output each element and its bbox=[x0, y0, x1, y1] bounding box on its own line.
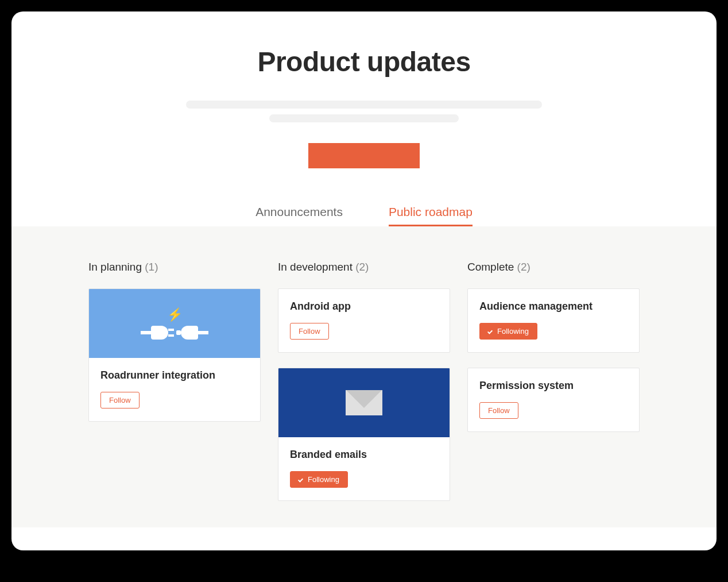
card-title: Permission system bbox=[479, 380, 628, 392]
card-image bbox=[278, 368, 450, 437]
column-complete: Complete (2) Audience management Followi… bbox=[467, 261, 640, 516]
card-title: Roadrunner integration bbox=[100, 369, 249, 381]
column-count: (2) bbox=[355, 261, 369, 273]
roadmap-card[interactable]: Branded emails Following bbox=[278, 368, 450, 501]
app-frame: Product updates Announcements Public roa… bbox=[11, 11, 717, 550]
tabs: Announcements Public roadmap bbox=[57, 205, 671, 226]
following-label: Following bbox=[497, 327, 529, 336]
page-title: Product updates bbox=[57, 46, 671, 78]
follow-button[interactable]: Follow bbox=[100, 392, 140, 408]
columns: In planning (1) ⚡ bbox=[80, 261, 648, 516]
bolt-icon: ⚡ bbox=[167, 307, 183, 322]
cta-button[interactable] bbox=[308, 143, 420, 168]
roadmap-board: In planning (1) ⚡ bbox=[11, 226, 717, 527]
follow-label: Follow bbox=[109, 396, 131, 404]
follow-button[interactable]: Follow bbox=[479, 402, 518, 419]
following-button[interactable]: Following bbox=[290, 471, 348, 488]
column-in-development: In development (2) Android app Follow bbox=[278, 261, 450, 516]
column-header: In development (2) bbox=[278, 261, 450, 273]
roadmap-card[interactable]: ⚡ Roadrunner integration Fol bbox=[88, 288, 261, 422]
check-icon bbox=[488, 329, 494, 334]
following-button[interactable]: Following bbox=[479, 323, 537, 340]
card-title: Android app bbox=[290, 300, 438, 313]
column-header: Complete (2) bbox=[467, 261, 640, 273]
roadmap-card[interactable]: Audience management Following bbox=[467, 288, 640, 353]
column-title: In planning bbox=[88, 261, 142, 273]
follow-button[interactable]: Follow bbox=[290, 323, 329, 340]
roadmap-card[interactable]: Permission system Follow bbox=[467, 368, 640, 432]
subtitle-placeholder bbox=[57, 101, 671, 122]
tab-announcements[interactable]: Announcements bbox=[255, 205, 343, 226]
envelope-icon bbox=[346, 390, 382, 415]
check-icon bbox=[299, 477, 304, 483]
roadmap-card[interactable]: Android app Follow bbox=[278, 288, 450, 353]
card-image: ⚡ bbox=[89, 289, 260, 358]
column-count: (1) bbox=[145, 261, 158, 273]
column-title: In development bbox=[278, 261, 353, 273]
following-label: Following bbox=[308, 475, 339, 484]
follow-label: Follow bbox=[299, 327, 320, 336]
follow-label: Follow bbox=[488, 406, 510, 415]
card-title: Audience management bbox=[479, 300, 628, 313]
skeleton-line bbox=[186, 101, 542, 109]
column-title: Complete bbox=[467, 261, 514, 273]
card-title: Branded emails bbox=[290, 449, 438, 461]
skeleton-line bbox=[269, 114, 459, 122]
column-in-planning: In planning (1) ⚡ bbox=[88, 261, 261, 516]
tab-public-roadmap[interactable]: Public roadmap bbox=[389, 205, 473, 226]
plug-icon: ⚡ bbox=[141, 307, 208, 340]
column-count: (2) bbox=[517, 261, 530, 273]
header: Product updates Announcements Public roa… bbox=[11, 11, 717, 226]
column-header: In planning (1) bbox=[88, 261, 261, 273]
